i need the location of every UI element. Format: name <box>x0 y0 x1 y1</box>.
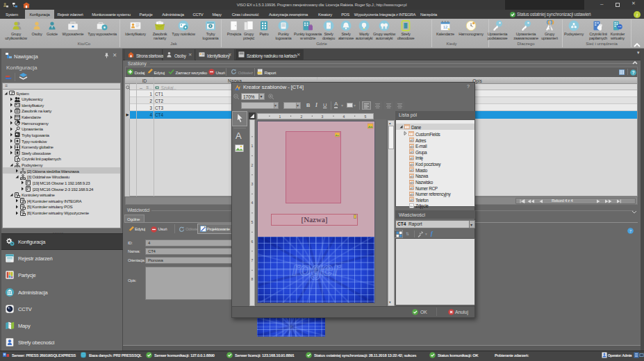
svg-text:ab: ab <box>410 175 414 178</box>
svg-text:?: ? <box>631 70 634 75</box>
svg-text:ab: ab <box>410 144 414 148</box>
svg-text:3: 3 <box>322 115 324 119</box>
svg-text:4: 4 <box>251 201 253 205</box>
svg-text:ab: ab <box>410 157 414 160</box>
svg-text:i: i <box>636 12 638 18</box>
svg-text:roger: roger <box>292 259 341 280</box>
svg-text:8: 8 <box>251 277 253 281</box>
svg-text:ab: ab <box>410 169 414 172</box>
svg-text:ab: ab <box>410 151 414 154</box>
svg-text:ab: ab <box>410 187 414 190</box>
svg-text:5: 5 <box>365 115 367 119</box>
svg-text:6: 6 <box>251 240 253 244</box>
svg-text:ab: ab <box>410 139 414 142</box>
svg-text:12: 12 <box>443 25 448 29</box>
svg-text:?: ? <box>629 228 631 233</box>
svg-text:17: 17 <box>16 117 19 119</box>
svg-text:7: 7 <box>251 258 253 262</box>
svg-text:5: 5 <box>251 220 253 224</box>
svg-text:ab: ab <box>410 199 414 202</box>
svg-text:1: 1 <box>251 144 253 148</box>
svg-text:1: 1 <box>279 115 281 119</box>
svg-text:ab: ab <box>410 193 414 196</box>
svg-text:2: 2 <box>301 115 303 119</box>
svg-text:4: 4 <box>343 115 345 119</box>
svg-text:3: 3 <box>251 182 253 186</box>
svg-text:ab: ab <box>410 162 414 166</box>
svg-text:ab: ab <box>410 180 414 184</box>
svg-text:2: 2 <box>251 163 253 167</box>
